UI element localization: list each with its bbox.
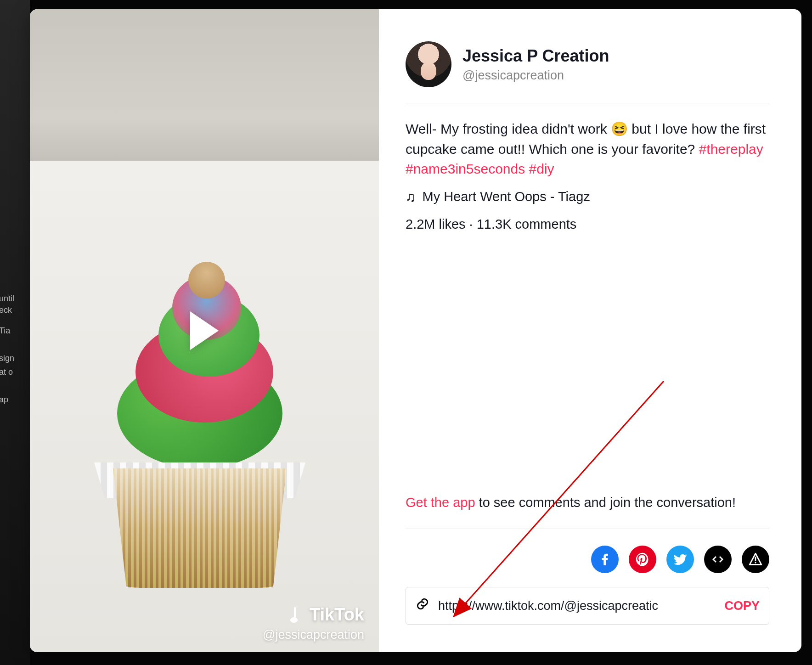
copy-link-button[interactable]: COPY bbox=[724, 599, 760, 613]
stats-separator: · bbox=[466, 217, 477, 231]
play-button-icon[interactable] bbox=[190, 311, 219, 350]
pinterest-icon bbox=[635, 552, 650, 567]
share-twitter-button[interactable] bbox=[666, 546, 694, 573]
get-app-cta: Get the app to see comments and join the… bbox=[406, 493, 769, 529]
share-report-button[interactable] bbox=[742, 546, 769, 573]
share-embed-button[interactable] bbox=[704, 546, 732, 573]
get-app-link[interactable]: Get the app bbox=[406, 495, 475, 510]
embed-icon bbox=[710, 552, 726, 567]
video-bg-wall bbox=[30, 9, 379, 165]
info-pane: Jessica P Creation @jessicapcreation Wel… bbox=[379, 9, 801, 652]
facebook-icon bbox=[597, 552, 613, 567]
share-buttons-row bbox=[406, 546, 769, 573]
share-url-row: https://www.tiktok.com/@jessicapcreatic … bbox=[406, 587, 769, 625]
link-icon bbox=[415, 597, 430, 615]
video-modal: TikTok @jessicapcreation Jessica P Creat… bbox=[30, 9, 801, 652]
video-pane[interactable]: TikTok @jessicapcreation bbox=[30, 9, 379, 652]
cta-rest: to see comments and join the conversatio… bbox=[475, 495, 736, 510]
hashtag-diy[interactable]: #diy bbox=[529, 161, 554, 176]
video-caption: Well- My frosting idea didn't work 😆 but… bbox=[406, 119, 769, 179]
share-url-input[interactable]: https://www.tiktok.com/@jessicapcreatic bbox=[438, 599, 716, 613]
video-handle-overlay: @jessicapcreation bbox=[263, 628, 364, 642]
music-note-icon: ♫ bbox=[406, 189, 416, 205]
tiktok-note-icon bbox=[291, 607, 305, 623]
spacer bbox=[406, 232, 769, 494]
background-hint: untileckTia signat oap bbox=[0, 0, 30, 665]
hashtag-name3in5seconds[interactable]: #name3in5seconds bbox=[406, 161, 525, 176]
hashtag-thereplay[interactable]: #thereplay bbox=[699, 141, 763, 157]
comments-count: 11.3K comments bbox=[477, 217, 577, 231]
share-pinterest-button[interactable] bbox=[629, 546, 656, 573]
warning-triangle-icon bbox=[748, 552, 763, 567]
svg-point-1 bbox=[755, 562, 756, 563]
share-facebook-button[interactable] bbox=[591, 546, 619, 573]
tiktok-watermark: TikTok bbox=[291, 605, 364, 625]
stats-row: 2.2M likes · 11.3K comments bbox=[406, 217, 769, 232]
frosting-swirl bbox=[99, 266, 301, 468]
avatar[interactable] bbox=[406, 41, 451, 87]
tiktok-watermark-text: TikTok bbox=[310, 605, 364, 625]
music-row[interactable]: ♫ My Heart Went Oops - Tiagz bbox=[406, 189, 769, 205]
profile-names: Jessica P Creation @jessicapcreation bbox=[462, 46, 609, 83]
display-name[interactable]: Jessica P Creation bbox=[462, 46, 609, 66]
cupcake-wrapper bbox=[103, 468, 296, 588]
username[interactable]: @jessicapcreation bbox=[462, 68, 609, 83]
likes-count: 2.2M likes bbox=[406, 217, 466, 231]
music-label: My Heart Went Oops - Tiagz bbox=[423, 189, 590, 204]
twitter-icon bbox=[672, 552, 688, 567]
profile-header[interactable]: Jessica P Creation @jessicapcreation bbox=[406, 41, 769, 103]
